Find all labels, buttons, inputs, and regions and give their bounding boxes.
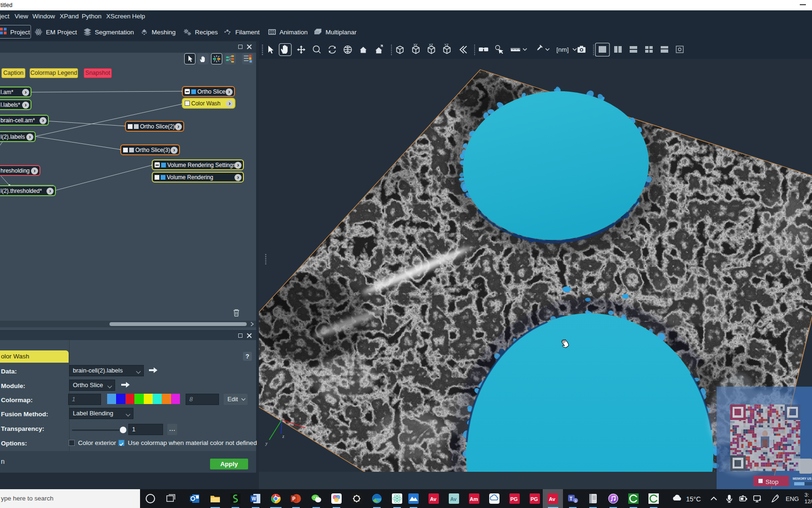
- svg-text:MEMORY US: MEMORY US: [793, 477, 812, 480]
- svg-text:PG: PG: [510, 496, 518, 502]
- svg-text:YZ: YZ: [445, 43, 448, 47]
- svg-text:XZ: XZ: [429, 43, 433, 47]
- svg-text:3: 3: [575, 499, 577, 503]
- svg-text:Av: Av: [430, 496, 437, 502]
- svg-text:P: P: [292, 496, 296, 501]
- svg-text:XY: XY: [414, 43, 418, 47]
- svg-text:Stop: Stop: [765, 478, 779, 485]
- svg-text:[nm]: [nm]: [556, 46, 569, 53]
- svg-text:W: W: [252, 496, 257, 501]
- svg-text:Am: Am: [470, 496, 478, 502]
- svg-text:Av: Av: [450, 496, 457, 502]
- svg-text:Av: Av: [549, 496, 556, 502]
- svg-text:T: T: [570, 496, 572, 501]
- svg-text:x: x: [308, 426, 311, 431]
- svg-text:PG: PG: [531, 496, 538, 502]
- svg-text:z: z: [282, 434, 284, 439]
- svg-text:y: y: [265, 441, 268, 446]
